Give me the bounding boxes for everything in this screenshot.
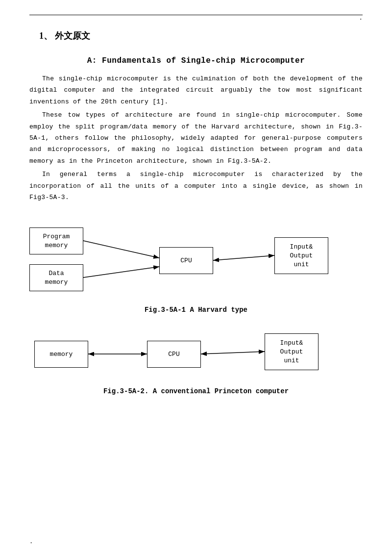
article-body: The single-chip microcomputer is the cul… (29, 73, 363, 203)
section-heading: 1、 外文原文 (39, 30, 363, 42)
top-border (29, 15, 363, 15)
paragraph-3: In general terms a single-chip microcomp… (29, 169, 363, 203)
svg-line-5 (83, 267, 159, 278)
princeton-diagram: memory CPU Input&Outputunit (29, 328, 363, 382)
princeton-arrows (29, 328, 363, 382)
paragraph-2: These tow types of architecture are foun… (29, 109, 363, 167)
svg-line-12 (201, 352, 265, 354)
harvard-caption: Fig.3-5A-1 A Harvard type (29, 306, 363, 314)
harvard-arrows (29, 218, 363, 301)
top-dot: . (359, 15, 363, 22)
princeton-caption: Fig.3-5A-2. A conventional Princeton com… (29, 387, 363, 395)
harvard-diagram-area: Programmemory Datamemory CPU Input&Outpu… (29, 218, 363, 314)
svg-line-6 (213, 255, 274, 260)
paragraph-1: The single-chip microcomputer is the cul… (29, 73, 363, 107)
article-title: A: Fundamentals of Single-chip Microcomp… (29, 56, 363, 65)
harvard-diagram: Programmemory Datamemory CPU Input&Outpu… (29, 218, 363, 301)
bottom-dot: . (29, 538, 33, 545)
princeton-diagram-area: memory CPU Input&Outputunit (29, 328, 363, 395)
svg-line-4 (83, 241, 159, 258)
